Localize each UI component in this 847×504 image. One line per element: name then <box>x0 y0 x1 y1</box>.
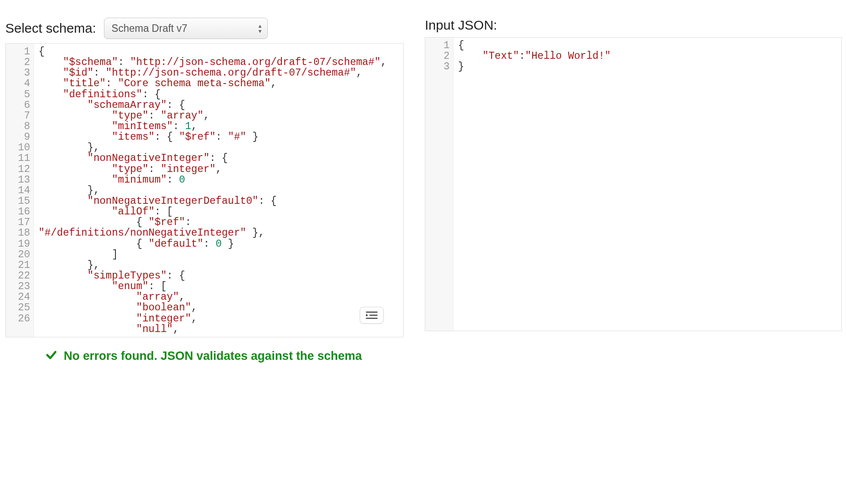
validation-message: No errors found. JSON validates against … <box>64 349 362 363</box>
schema-editor-code[interactable]: { "$schema": "http://json-schema.org/dra… <box>34 44 403 337</box>
input-json-label: Input JSON: <box>425 18 497 33</box>
code-line: "minimum": 0 <box>38 175 399 185</box>
code-line: "type": "array", <box>38 111 399 121</box>
code-line: { <box>458 40 837 51</box>
json-editor-gutter: 1 2 3 <box>425 38 454 331</box>
code-line: "type": "integer", <box>38 164 399 175</box>
schema-editor[interactable]: 1 2 3 4 5 6 7 8 9 10 11 12 13 14 15 16 1… <box>5 43 404 337</box>
json-editor-code[interactable]: { "Text":"Hello World!"} <box>454 38 841 331</box>
code-line: "items": { "$ref": "#" } <box>38 132 399 142</box>
code-line: { "default": 0 } <box>38 239 399 249</box>
select-schema-label: Select schema: <box>5 21 96 36</box>
code-line: "boolean", <box>38 302 399 313</box>
code-line: "integer", <box>38 313 399 324</box>
code-line: "null", <box>38 324 399 335</box>
code-line: "nonNegativeInteger": { <box>38 153 399 164</box>
code-line: }, <box>38 142 399 153</box>
code-line: "$schema": "http://json-schema.org/draft… <box>38 57 399 68</box>
schema-select[interactable]: Schema Draft v7 <box>104 18 268 39</box>
code-line: "definitions": { <box>38 89 399 100</box>
code-line: } <box>458 61 837 72</box>
code-line: "minItems": 1, <box>38 121 399 132</box>
format-button[interactable] <box>360 307 384 324</box>
code-line: { <box>38 46 399 57</box>
code-line: }, <box>38 185 399 196</box>
code-line: "array", <box>38 292 399 302</box>
code-line: }, <box>38 260 399 271</box>
schema-editor-gutter: 1 2 3 4 5 6 7 8 9 10 11 12 13 14 15 16 1… <box>6 44 34 337</box>
indent-icon <box>366 311 378 320</box>
code-line: "schemaArray": { <box>38 100 399 111</box>
check-icon <box>45 349 58 363</box>
code-line: ] <box>38 249 399 260</box>
validation-status: No errors found. JSON validates against … <box>45 349 842 363</box>
code-line: "$id": "http://json-schema.org/draft-07/… <box>38 68 399 78</box>
code-line: { "$ref": "#/definitions/nonNegativeInte… <box>38 217 399 238</box>
code-line: "enum": [ <box>38 281 399 292</box>
code-line: "title": "Core schema meta-schema", <box>38 78 399 89</box>
code-line: "Text":"Hello World!" <box>458 51 837 61</box>
code-line: "simpleTypes": { <box>38 271 399 281</box>
code-line: "nonNegativeIntegerDefault0": { <box>38 196 399 206</box>
code-line: "allOf": [ <box>38 206 399 217</box>
json-editor[interactable]: 1 2 3 { "Text":"Hello World!"} <box>425 37 842 331</box>
